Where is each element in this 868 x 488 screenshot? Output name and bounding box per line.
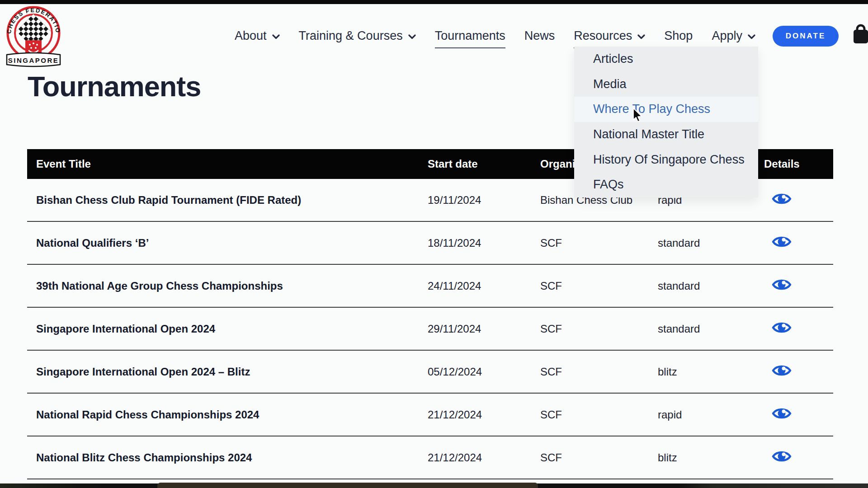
table-row: National Blitz Chess Championships 2024 … (27, 436, 833, 479)
nav-item-tournaments[interactable]: Tournaments (435, 23, 505, 48)
bottom-thumb-bar (157, 483, 538, 488)
logo-banner: SINGAPORE (7, 53, 60, 66)
organiser: SCF (540, 280, 658, 292)
resources-dropdown: ArticlesMediaWhere To Play ChessNational… (574, 47, 758, 197)
view-details-eye-icon[interactable] (771, 363, 792, 378)
start-date: 18/11/2024 (428, 237, 540, 249)
organiser: SCF (540, 237, 658, 249)
page-title: Tournaments (28, 70, 201, 103)
dropdown-item-national-master-title[interactable]: National Master Title (574, 122, 758, 147)
table-row: Singapore International Open 2024 – Blit… (27, 351, 833, 394)
view-details-eye-icon[interactable] (771, 277, 792, 292)
details-cell (764, 234, 833, 252)
details-cell (764, 363, 833, 381)
event-title: Bishan Chess Club Rapid Tournament (FIDE… (27, 194, 428, 206)
start-date: 21/12/2024 (428, 408, 540, 421)
details-cell (764, 277, 833, 295)
event-title: National Rapid Chess Championships 2024 (27, 408, 428, 421)
event-type: standard (658, 323, 764, 335)
view-details-eye-icon[interactable] (771, 406, 792, 421)
chevron-down-icon (637, 34, 645, 39)
event-type: rapid (658, 408, 764, 421)
nav-item-news[interactable]: News (524, 23, 555, 48)
event-title: Singapore International Open 2024 – Blit… (27, 366, 428, 378)
event-title: National Qualifiers ‘B’ (27, 237, 428, 249)
nav-item-shop[interactable]: Shop (664, 23, 693, 48)
event-type: standard (658, 280, 764, 292)
details-cell (764, 449, 833, 467)
organiser: SCF (540, 408, 658, 421)
top-black-strip (0, 0, 868, 4)
nav-item-about[interactable]: About (235, 23, 280, 48)
start-date: 29/11/2024 (428, 323, 540, 335)
donate-button[interactable]: DONATE (773, 26, 839, 47)
view-details-eye-icon[interactable] (771, 320, 792, 335)
bottom-screen-strip (0, 483, 868, 488)
details-cell (764, 320, 833, 338)
tournaments-table: Event TitleStart dateOrganiserTypeDetail… (27, 149, 833, 479)
details-cell (764, 406, 833, 424)
chevron-down-icon (272, 34, 280, 39)
organiser: SCF (540, 451, 658, 464)
table-row: 39th National Age Group Chess Championsh… (27, 265, 833, 308)
dropdown-item-media[interactable]: Media (574, 72, 758, 97)
logo-text-singapore: SINGAPORE (8, 56, 59, 64)
header-start-date: Start date (428, 158, 540, 170)
event-title: 39th National Age Group Chess Championsh… (27, 280, 428, 292)
event-title: National Blitz Chess Championships 2024 (27, 451, 428, 464)
chevron-down-icon (408, 34, 416, 39)
table-row: National Qualifiers ‘B’ 18/11/2024 SCF s… (27, 222, 833, 265)
start-date: 05/12/2024 (428, 366, 540, 378)
view-details-eye-icon[interactable] (771, 234, 792, 249)
start-date: 24/11/2024 (428, 280, 540, 292)
organiser: SCF (540, 366, 658, 378)
table-row: National Rapid Chess Championships 2024 … (27, 394, 833, 436)
scf-logo[interactable]: CHESS FEDERATION SINGAPORE (4, 5, 63, 68)
nav-item-apply[interactable]: Apply (712, 23, 755, 48)
chevron-down-icon (748, 34, 755, 39)
start-date: 19/11/2024 (428, 194, 540, 206)
details-cell (764, 191, 833, 209)
header-details: Details (764, 158, 833, 170)
event-type: blitz (658, 366, 764, 378)
main-nav: About Training & Courses Tournaments New… (235, 23, 755, 48)
event-title: Singapore International Open 2024 (27, 323, 428, 335)
nav-item-resources[interactable]: Resources (574, 23, 645, 48)
shopping-bag-icon[interactable] (852, 23, 868, 45)
organiser: SCF (540, 323, 658, 335)
start-date: 21/12/2024 (428, 451, 540, 464)
event-type: standard (658, 237, 764, 249)
dropdown-item-faqs[interactable]: FAQs (574, 172, 758, 197)
dropdown-item-articles[interactable]: Articles (574, 47, 758, 72)
view-details-eye-icon[interactable] (771, 191, 792, 206)
event-type: blitz (658, 451, 764, 464)
nav-item-training-courses[interactable]: Training & Courses (299, 23, 416, 48)
dropdown-item-where-to-play-chess[interactable]: Where To Play Chess (574, 97, 758, 122)
table-row: Singapore International Open 2024 29/11/… (27, 308, 833, 351)
header-event-title: Event Title (27, 158, 428, 170)
dropdown-item-history-of-singapore-chess[interactable]: History Of Singapore Chess (574, 147, 758, 172)
view-details-eye-icon[interactable] (771, 449, 792, 464)
